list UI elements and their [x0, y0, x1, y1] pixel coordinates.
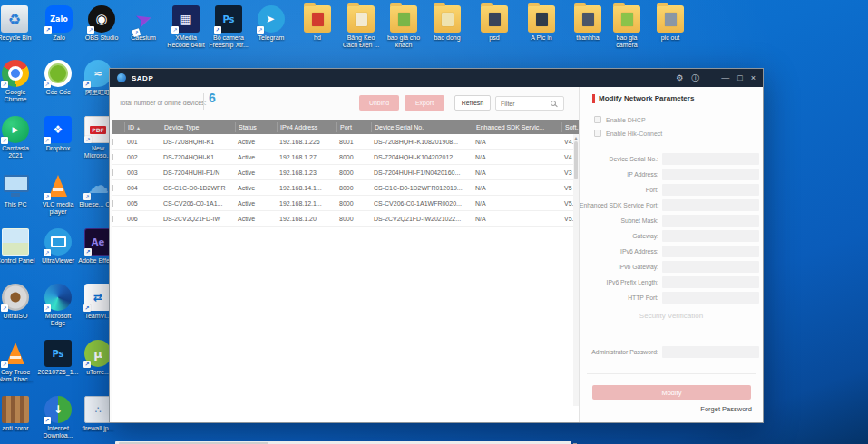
folder-accent [582, 13, 594, 26]
field-input[interactable] [662, 261, 759, 273]
shortcut-arrow-icon: ↗ [83, 81, 91, 88]
desktop-icon[interactable]: ↗UltraViewer [37, 228, 79, 265]
table-row[interactable]: 004CS-C1C-D0-1D2WFRActive192.168.14.1...… [112, 180, 579, 196]
table-row[interactable]: 001DS-7208HQHI-K1Active192.168.1.2268001… [112, 134, 579, 150]
desktop-icon[interactable]: thanhha [567, 5, 609, 42]
row-checkbox[interactable] [112, 169, 113, 176]
field-input[interactable] [662, 199, 759, 211]
field-input[interactable] [662, 215, 759, 227]
field-input[interactable] [662, 169, 759, 180]
folder-accent [536, 13, 548, 26]
row-checkbox[interactable] [112, 200, 113, 207]
desktop-icon[interactable]: Ps20210726_1... [37, 340, 79, 376]
checkbox[interactable] [594, 130, 601, 137]
desktop-icon-label: 20210726_1... [37, 369, 79, 376]
checkbox[interactable] [594, 116, 601, 123]
row-checkbox[interactable] [112, 185, 113, 191]
row-checkbox-cell [112, 169, 124, 176]
field-input[interactable] [662, 230, 759, 242]
desktop-icon[interactable]: ♻Recycle Bin [0, 5, 35, 42]
field-input[interactable] [662, 276, 759, 288]
desktop-icon[interactable]: hd [297, 5, 338, 42]
desktop-icon[interactable]: psd [473, 5, 515, 42]
settings-gear-icon[interactable]: ⚙ [676, 74, 683, 82]
table-row[interactable]: 005CS-CV206-C0-1A1...Active192.168.12.1.… [112, 196, 579, 211]
row-cell: CS-C1C-D0-1D2WFR012019... [371, 185, 473, 191]
filter-input[interactable] [496, 101, 549, 107]
column-header: Port [336, 122, 371, 132]
folder-accent [356, 13, 367, 26]
desktop-icon[interactable]: bao gia camera [606, 5, 648, 50]
row-cell: DS-7204HUHI-F1/N0420160... [371, 169, 473, 176]
field-label: Subnet Mask: [580, 215, 658, 227]
desktop-icon[interactable]: Control Panel [0, 228, 36, 265]
desktop-icon[interactable]: ➤↗Caesium [122, 5, 164, 42]
desktop-icon[interactable]: ❖↗Dropbox [37, 116, 79, 152]
row-checkbox[interactable] [112, 154, 113, 160]
close-button[interactable]: × [751, 74, 756, 82]
desktop-icon[interactable]: ➤↗Telegram [250, 5, 292, 42]
folder-accent [665, 13, 677, 26]
desktop-icon[interactable]: Băng Keo Cách Điện ... [340, 5, 382, 50]
desktop-icon-label: Internet Downloa... [37, 425, 79, 440]
row-checkbox-cell [112, 216, 124, 222]
maximize-button[interactable]: □ [737, 74, 742, 82]
field-input[interactable] [662, 153, 759, 165]
row-cell: 8000 [336, 154, 371, 160]
sort-asc-icon[interactable]: ▲ [136, 125, 141, 130]
desktop-icon[interactable]: ↗Cốc Cốc [37, 60, 79, 96]
field-input[interactable] [662, 184, 759, 196]
row-cell: DS-7204HUHI-F1/N [161, 169, 235, 176]
forget-password-link[interactable]: Forget Password [700, 405, 752, 413]
desktop-icon[interactable]: bao dong [426, 5, 468, 42]
about-info-icon[interactable]: ⓘ [691, 74, 699, 82]
desktop-icon[interactable]: ↗Microsoft Edge [37, 284, 79, 328]
total-devices-label: Total number of online devices: [119, 100, 207, 106]
desktop-icon[interactable]: A Pic in [521, 5, 562, 42]
desktop-icon[interactable]: ↓↗Internet Downloa... [37, 396, 79, 440]
admin-password-label: Administrator Password: [580, 346, 658, 359]
desktop-icon[interactable]: ↗Google Chrome [0, 60, 36, 104]
desktop-icon[interactable]: Ps↗Bộ camera Freeship Xtr... [208, 5, 249, 50]
minimize-button[interactable]: — [721, 74, 729, 82]
desktop-icon[interactable]: ◉↗OBS Studio [81, 5, 122, 42]
desktop-icon[interactable]: ↗Cay Truoc Nam Khac... [0, 340, 36, 384]
desktop-icon[interactable]: ▦↗XMedia Recode 64bit [165, 5, 207, 50]
modify-button[interactable]: Modify [592, 385, 751, 400]
desktop-icon[interactable]: Zalo↗Zalo [38, 5, 80, 42]
row-cell: 192.168.1.20 [277, 216, 336, 222]
telegram-icon: ➤↗ [258, 5, 285, 33]
unbind-button[interactable]: Unbind [359, 95, 399, 111]
desktop-icon[interactable]: ▶↗Camtasia 2021 [0, 116, 36, 160]
desktop-icon[interactable]: ↗UltraISO [0, 284, 36, 320]
row-cell: DS-7204HQHI-K104202012... [371, 154, 473, 160]
form-field-row: IPv6 Gateway: [580, 261, 763, 274]
column-header: Status [235, 122, 277, 132]
desktop-icon[interactable]: anti coror [0, 396, 36, 432]
titlebar[interactable]: SADP ⚙ ⓘ — □ × [110, 69, 763, 87]
table-row[interactable]: 003DS-7204HUHI-F1/NActive192.168.1.23800… [112, 165, 579, 180]
row-cell: 192.168.1.23 [277, 169, 336, 176]
row-cell: CS-CV206-C0-1A1WFR0020... [371, 200, 473, 207]
shortcut-arrow-icon: ↗ [44, 249, 51, 256]
shortcut-arrow-icon: ↗ [44, 81, 51, 88]
desktop-icon[interactable]: This PC [0, 172, 36, 208]
table-row[interactable]: 002DS-7204HQHI-K1Active192.168.1.278000D… [112, 150, 579, 165]
form-field-row: HTTP Port: [580, 292, 763, 304]
row-checkbox[interactable] [112, 216, 113, 222]
refresh-button[interactable]: Refresh [454, 95, 491, 111]
row-checkbox-cell [112, 185, 124, 191]
adobe-ae-icon: Ae↗ [84, 228, 112, 256]
desktop-icon[interactable]: bao giá cho khách [383, 5, 424, 50]
export-button[interactable]: Export [405, 95, 444, 111]
field-input[interactable] [662, 292, 759, 304]
vertical-scroll-thumb[interactable] [574, 141, 578, 179]
admin-password-input[interactable] [662, 346, 759, 358]
ultraviewer-icon: ↗ [44, 228, 72, 256]
desktop-icon[interactable]: ↗VLC media player [37, 172, 79, 217]
desktop-icon[interactable]: pic out [649, 5, 691, 42]
field-input[interactable] [662, 246, 759, 257]
row-checkbox[interactable] [112, 139, 113, 145]
row-cell: Active [235, 169, 277, 176]
table-row[interactable]: 006DS-2CV2Q21FD-IWActive192.168.1.208000… [112, 211, 579, 227]
